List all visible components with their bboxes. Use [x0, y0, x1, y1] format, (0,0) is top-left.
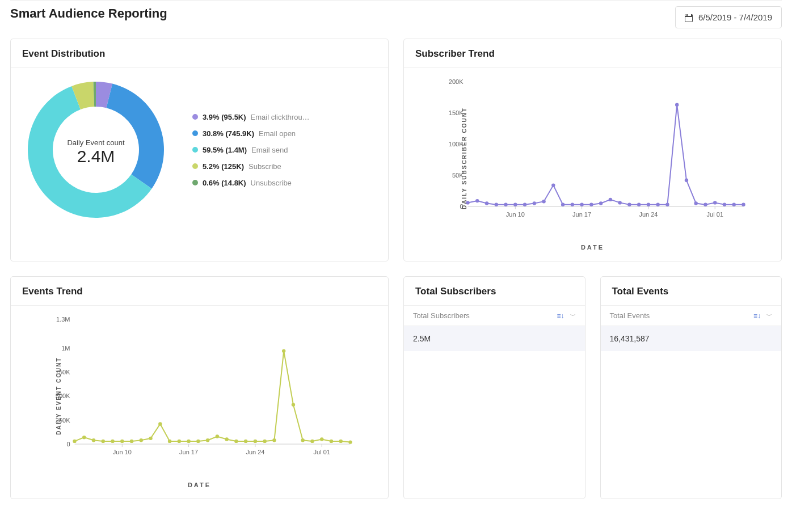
x-tick-label: Jun 17 [179, 449, 198, 455]
sort-icon[interactable]: ≡↓ [557, 312, 564, 320]
chart-point [130, 440, 133, 443]
legend-name: Email send [251, 146, 288, 154]
chart-point [348, 440, 352, 444]
x-tick-label: Jun 17 [572, 211, 591, 218]
legend-name: Email open [259, 129, 296, 138]
chart-point [102, 440, 105, 443]
chart-point [675, 103, 679, 107]
card-title: Events Trend [11, 277, 388, 306]
chart-point [168, 440, 171, 443]
chart-point [542, 200, 545, 203]
total-events-value: 16,431,587 [601, 326, 782, 351]
chart-point [73, 440, 76, 443]
chart-point [301, 438, 305, 442]
y-tick-label: 0 [66, 441, 70, 447]
legend-pct: 59.5% (1.4M) [203, 146, 247, 154]
card-title: Total Subscribers [404, 277, 585, 306]
chart-point [742, 203, 745, 206]
sort-icon[interactable]: ≡↓ [753, 312, 761, 320]
x-tick-label: Jul 01 [707, 211, 723, 218]
column-label: Total Subscribers [413, 311, 470, 320]
chart-point [92, 438, 95, 442]
chart-point [609, 198, 612, 201]
legend-item: 5.2% (125K) Subscribe [192, 162, 310, 171]
donut-center-value: 2.4M [77, 147, 115, 166]
chart-point [178, 440, 181, 443]
x-tick-label: Jun 10 [506, 211, 525, 218]
x-tick-label: Jun 24 [639, 211, 658, 218]
chart-point [665, 203, 669, 206]
total-subscribers-value: 2.5M [404, 326, 585, 351]
chart-point [282, 349, 285, 353]
chart-point [732, 203, 736, 206]
chart-line [468, 105, 744, 205]
x-axis-label: DATE [415, 244, 770, 251]
chart-point [627, 203, 631, 206]
y-axis-label: DAILY EVENT COUNT [56, 357, 62, 434]
y-tick-label: 1M [61, 345, 70, 352]
donut-slice [106, 84, 164, 189]
chevron-down-icon[interactable]: ﹀ [766, 312, 772, 320]
chart-point [589, 203, 593, 206]
chart-point [158, 422, 162, 425]
chart-point [599, 201, 603, 205]
events-trend-card: Events Trend DAILY EVENT COUNT 0250K500K… [10, 276, 389, 499]
legend-swatch [192, 147, 198, 153]
legend-pct: 0.6% (14.8K) [203, 179, 246, 187]
subscriber-trend-card: Subscriber Trend DAILY SUBSCRIBER COUNT … [403, 39, 782, 261]
page-title: Smart Audience Reporting [10, 6, 167, 21]
chevron-down-icon[interactable]: ﹀ [570, 312, 576, 320]
legend-pct: 5.2% (125K) [203, 162, 244, 171]
legend-item: 3.9% (95.5K) Email clickthrou… [192, 113, 310, 121]
chart-point [187, 440, 190, 443]
chart-point [561, 203, 564, 206]
chart-point [637, 203, 641, 206]
donut-legend: 3.9% (95.5K) Email clickthrou…30.8% (745… [192, 113, 310, 187]
chart-point [310, 440, 314, 443]
chart-point [571, 203, 574, 206]
donut-center-label: Daily Event count [67, 138, 125, 147]
chart-point [723, 203, 726, 206]
chart-point [216, 434, 219, 438]
chart-point [533, 201, 536, 205]
total-subscribers-card: Total Subscribers Total Subscribers ≡↓ ﹀… [403, 276, 585, 499]
chart-point [120, 440, 124, 443]
legend-swatch [192, 163, 198, 169]
x-tick-label: Jun 10 [113, 449, 132, 455]
chart-point [272, 438, 276, 442]
legend-pct: 30.8% (745.9K) [203, 129, 254, 138]
x-tick-label: Jul 01 [314, 449, 330, 455]
chart-point [244, 440, 247, 443]
chart-point [475, 199, 479, 202]
chart-point [206, 438, 209, 442]
calendar-icon [685, 14, 693, 22]
legend-name: Unsubscribe [251, 179, 292, 187]
chart-point [580, 203, 583, 206]
chart-point [149, 437, 152, 440]
chart-point [703, 203, 707, 206]
chart-line [75, 351, 351, 442]
y-tick-label: 200K [449, 78, 464, 85]
legend-swatch [192, 114, 198, 120]
chart-point [495, 203, 498, 206]
legend-swatch [192, 180, 198, 185]
chart-point [196, 440, 200, 443]
chart-point [523, 203, 526, 206]
chart-point [685, 179, 688, 182]
chart-point [82, 436, 86, 439]
chart-point [551, 183, 555, 187]
chart-point [656, 203, 659, 206]
card-title: Total Events [601, 277, 782, 306]
events-trend-chart: 0250K500K750K1M1.3MJun 10Jun 17Jun 24Jul… [22, 314, 377, 461]
legend-swatch [192, 130, 198, 136]
date-range-picker[interactable]: 6/5/2019 - 7/4/2019 [675, 6, 782, 28]
chart-point [234, 440, 238, 443]
chart-point [330, 440, 333, 443]
chart-point [694, 201, 698, 205]
donut-chart: Daily Event count 2.4M [22, 76, 170, 223]
column-label: Total Events [610, 311, 650, 320]
x-tick-label: Jun 24 [246, 449, 264, 455]
chart-point [111, 440, 114, 443]
chart-point [225, 437, 228, 441]
card-title: Event Distribution [11, 39, 388, 68]
